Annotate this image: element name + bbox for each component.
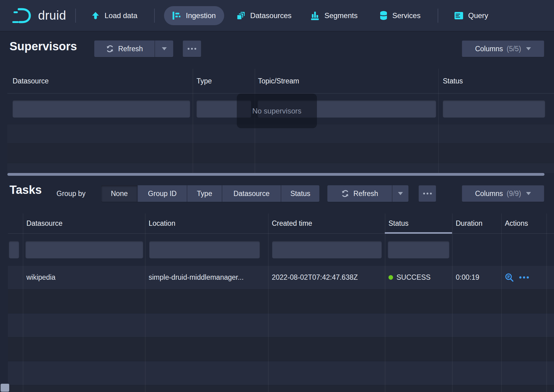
column-header-status[interactable]: Status [385, 213, 452, 233]
group-by-status-button[interactable]: Status [281, 185, 319, 202]
column-header-status[interactable]: Status [438, 69, 554, 93]
group-by-group-id-button[interactable]: Group ID [137, 185, 187, 202]
task-menu-icon[interactable] [519, 276, 529, 279]
navbar-divider [75, 9, 76, 23]
druid-console-ingestion-view: druid Load data Ingestion [0, 0, 554, 392]
supervisors-refresh-split-button: Refresh [94, 40, 173, 57]
chevron-down-icon [398, 192, 403, 195]
refresh-button[interactable]: Refresh [327, 185, 392, 202]
filter-created-time-input[interactable] [272, 241, 382, 258]
empty-state-panel: No supervisors [237, 94, 317, 128]
task-details-icon[interactable] [505, 273, 514, 282]
cell-status: SUCCESS [385, 273, 452, 282]
supervisors-columns-button[interactable]: Columns (5/5) [462, 40, 544, 57]
column-header-datasource[interactable]: Datasource [7, 69, 193, 93]
navbar-divider [438, 9, 438, 23]
column-header-duration[interactable]: Duration [452, 213, 501, 233]
nav-services[interactable]: Services [380, 6, 420, 25]
column-divider [23, 213, 23, 392]
filter-location-input[interactable] [149, 241, 260, 258]
nav-load-data[interactable]: Load data [91, 6, 137, 25]
group-by-type-button[interactable]: Type [187, 185, 222, 202]
refresh-options-button[interactable] [154, 40, 173, 57]
filter-datasource-input[interactable] [25, 241, 143, 258]
empty-table-row [7, 163, 554, 173]
task-row-wikipedia[interactable]: wikipedia simple-druid-middlemanager... … [8, 266, 554, 290]
column-header-location[interactable]: Location [145, 213, 268, 233]
nav-label: Ingestion [186, 11, 216, 20]
column-header-spacer [546, 213, 554, 233]
tasks-table-header: Datasource Location Created time Status … [8, 213, 554, 234]
group-by-label: Group by [57, 185, 86, 202]
nav-label: Query [468, 11, 488, 20]
empty-table-row [8, 337, 554, 361]
column-divider [452, 213, 453, 392]
column-header-topic-stream[interactable]: Topic/Stream [255, 69, 438, 93]
supervisors-table-header: Datasource Type Topic/Stream Status [7, 69, 554, 94]
cell-location: simple-druid-middlemanager... [145, 273, 268, 282]
empty-table-row [8, 385, 554, 392]
tasks-filter-row [8, 234, 554, 266]
status-text: SUCCESS [396, 273, 431, 282]
empty-table-row [7, 144, 554, 163]
refresh-button[interactable]: Refresh [94, 40, 154, 57]
filter-status-input[interactable] [388, 241, 449, 258]
ingestion-chart-icon [172, 11, 181, 20]
tasks-title: Tasks [10, 183, 42, 197]
refresh-label: Refresh [118, 45, 143, 53]
bar-chart-icon [310, 11, 320, 20]
supervisors-more-button[interactable] [183, 40, 201, 57]
nav-query[interactable]: Query [454, 6, 488, 25]
nav-label: Services [392, 11, 420, 20]
chevron-down-icon [162, 47, 167, 50]
column-divider [268, 213, 269, 392]
columns-count: (9/9) [507, 190, 521, 198]
tasks-table: Datasource Location Created time Status … [8, 213, 554, 392]
horizontal-scrollbar[interactable] [7, 173, 544, 176]
columns-label: Columns [475, 190, 503, 198]
group-by-none-button[interactable]: None [101, 185, 137, 202]
druid-logo-icon [12, 7, 34, 24]
home-link[interactable]: druid [12, 7, 66, 24]
column-divider [145, 213, 146, 392]
nav-datasources[interactable]: Datasources [236, 6, 292, 25]
tasks-more-button[interactable] [419, 185, 436, 202]
nav-label: Datasources [250, 11, 292, 20]
nav-label: Segments [324, 11, 357, 20]
chevron-down-icon [526, 192, 531, 195]
column-header-created-time[interactable]: Created time [268, 213, 385, 233]
vertical-scrollbar-thumb[interactable] [1, 384, 9, 392]
chevron-down-icon [526, 47, 531, 50]
empty-table-row [8, 290, 554, 313]
nav-ingestion[interactable]: Ingestion [164, 6, 224, 25]
filter-status-input[interactable] [443, 100, 545, 117]
nav-segments[interactable]: Segments [310, 6, 357, 25]
more-icon [423, 193, 432, 194]
column-header-actions[interactable]: Actions [501, 213, 546, 233]
layers-icon [236, 11, 246, 20]
group-by-button-group: None Group ID Type Datasource Status [101, 185, 319, 202]
cell-datasource: wikipedia [23, 273, 145, 282]
navbar-divider [154, 9, 155, 23]
tasks-refresh-split-button: Refresh [327, 185, 408, 202]
filter-id-input[interactable] [9, 241, 19, 258]
column-divider [438, 69, 439, 173]
column-header-type[interactable]: Type [193, 69, 255, 93]
more-icon [188, 48, 196, 50]
refresh-options-button[interactable] [392, 185, 408, 202]
brand-name: druid [38, 9, 66, 22]
column-header-id[interactable] [8, 213, 23, 233]
empty-table-row [8, 313, 554, 337]
column-divider [546, 213, 547, 392]
columns-count: (5/5) [507, 45, 521, 53]
filter-datasource-input[interactable] [13, 100, 190, 117]
query-editor-icon [454, 12, 463, 20]
supervisors-table: Datasource Type Topic/Stream Status No s… [7, 69, 554, 176]
columns-label: Columns [475, 45, 503, 53]
supervisors-title: Supervisors [10, 40, 77, 53]
group-by-datasource-button[interactable]: Datasource [222, 185, 281, 202]
refresh-icon [341, 190, 349, 198]
column-header-datasource[interactable]: Datasource [23, 213, 145, 233]
tasks-columns-button[interactable]: Columns (9/9) [462, 185, 544, 202]
empty-table-row [8, 361, 554, 385]
